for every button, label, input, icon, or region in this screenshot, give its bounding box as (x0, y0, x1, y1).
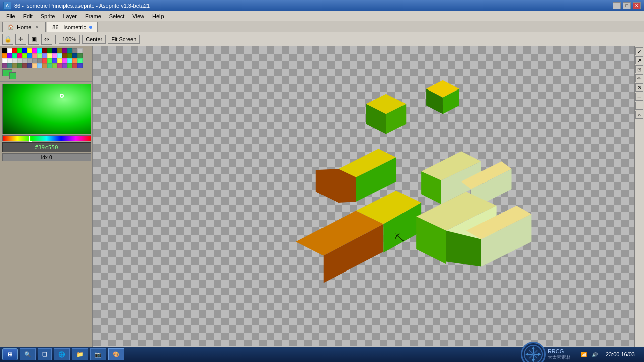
palette-color-ff0088[interactable] (17, 53, 22, 58)
palette-color-999999[interactable] (32, 58, 37, 63)
palette-color-ff0000[interactable] (12, 48, 17, 53)
menu-item-frame[interactable]: Frame (81, 12, 105, 20)
palette-color-eeeeee[interactable] (7, 58, 12, 63)
palette-color-ffff44[interactable] (57, 58, 62, 63)
menu-item-sprite[interactable]: Sprite (37, 12, 59, 20)
color-gradient[interactable] (2, 84, 91, 134)
palette-color-44ffff[interactable] (67, 58, 72, 63)
zoom-center[interactable]: Center (82, 35, 106, 44)
right-tool-6[interactable]: ─ (635, 93, 643, 101)
tab-home-close[interactable]: ✕ (34, 24, 40, 30)
tool-flip[interactable]: ⇔ (41, 34, 52, 45)
right-tool-8[interactable]: ○ (635, 111, 643, 119)
zoom-100[interactable]: 100% (59, 35, 80, 44)
palette-color-00ff00[interactable] (17, 48, 22, 53)
palette-color-88ccff[interactable] (37, 63, 42, 68)
menu-item-file[interactable]: File (2, 12, 19, 20)
palette-color-00ffff[interactable] (37, 48, 42, 53)
palette-color-004488[interactable] (72, 53, 77, 58)
canvas-area[interactable]: ⛏ (93, 46, 634, 346)
zoom-fit[interactable]: Fit Screen (108, 35, 140, 44)
palette-color-4444cc[interactable] (77, 63, 83, 68)
palette-color-884444[interactable] (22, 63, 27, 68)
palette-color-448800[interactable] (67, 53, 72, 58)
palette-color-4444ff[interactable] (52, 58, 57, 63)
right-tool-1[interactable]: ↙ (635, 47, 643, 55)
minimize-button[interactable]: ─ (613, 2, 621, 9)
palette-color-ff8844[interactable] (72, 58, 77, 63)
palette-color-cc4444[interactable] (72, 63, 77, 68)
palette-color-808080[interactable] (72, 48, 77, 53)
taskbar-photos[interactable]: 📷 (90, 348, 106, 360)
palette-color-dddddd[interactable] (12, 58, 17, 63)
palette-color-8844cc[interactable] (62, 63, 67, 68)
palette-color-8800ff[interactable] (7, 53, 12, 58)
palette-color-444488[interactable] (27, 63, 32, 68)
palette-color-cc8844[interactable] (42, 63, 47, 68)
palette-color-ffff00[interactable] (27, 48, 32, 53)
palette-color-aaaaaa[interactable] (27, 58, 32, 63)
close-button[interactable]: ✕ (633, 2, 641, 9)
menu-item-layer[interactable]: Layer (59, 12, 81, 20)
palette-color-808000[interactable] (57, 48, 62, 53)
hue-bar[interactable] (2, 135, 91, 141)
menu-item-edit[interactable]: Edit (19, 12, 37, 20)
palette-color-c0c0c0[interactable] (77, 48, 83, 53)
palette-color-ff00ff[interactable] (32, 48, 37, 53)
palette-color-ffffff[interactable] (2, 58, 7, 63)
palette-color-800000[interactable] (42, 48, 47, 53)
taskbar-search[interactable]: 🔍 (20, 348, 36, 360)
palette-color-ff8800[interactable] (2, 53, 7, 58)
maximize-button[interactable]: □ (623, 2, 631, 9)
taskbar-aseprite[interactable]: 🎨 (108, 348, 124, 360)
palette-color-44ff88[interactable] (77, 58, 83, 63)
palette-color-884488[interactable] (2, 63, 7, 68)
color-hex-display[interactable]: #39c550 (2, 142, 91, 152)
palette-color-cc4488[interactable] (57, 63, 62, 68)
palette-color-88ffff[interactable] (57, 53, 62, 58)
palette-color-ffff88[interactable] (47, 53, 52, 58)
taskbar-taskview[interactable]: ❑ (38, 348, 52, 360)
right-tool-4[interactable]: ✏ (635, 74, 643, 82)
right-tool-7[interactable]: │ (635, 102, 643, 110)
bg-color[interactable] (9, 72, 16, 79)
palette-color-88ff88[interactable] (37, 53, 42, 58)
palette-color-ff44ff[interactable] (62, 58, 67, 63)
tool-move[interactable]: ✛ (15, 34, 26, 45)
palette-color-800080[interactable] (62, 48, 67, 53)
taskbar-browser[interactable]: 🌐 (54, 348, 70, 360)
right-tool-2[interactable]: ↗ (635, 56, 643, 64)
menu-item-view[interactable]: View (128, 12, 148, 20)
palette-color-ffffff[interactable] (7, 48, 12, 53)
palette-color-448844[interactable] (77, 53, 83, 58)
palette-color-ff88ff[interactable] (52, 53, 57, 58)
palette-color-0000ff[interactable] (22, 48, 27, 53)
right-tool-5[interactable]: ⊘ (635, 83, 643, 92)
palette-color-44ff44[interactable] (47, 58, 52, 63)
tab-isometric[interactable]: 86 - Isometric (47, 22, 98, 32)
tool-crop[interactable]: ▣ (28, 34, 39, 45)
start-button[interactable]: ⊞ (2, 348, 18, 360)
menu-item-select[interactable]: Select (105, 12, 129, 20)
right-tool-3[interactable]: ⊡ (635, 65, 643, 73)
palette-color-88ff00[interactable] (22, 53, 27, 58)
palette-color-44cc44[interactable] (67, 63, 72, 68)
palette-color-888844[interactable] (12, 63, 17, 68)
taskbar-explorer[interactable]: 📁 (72, 348, 88, 360)
palette-color-ff4444[interactable] (42, 58, 47, 63)
palette-color-ff8888[interactable] (32, 53, 37, 58)
palette-color-ffcc88[interactable] (32, 63, 37, 68)
tab-home[interactable]: 🏠 Home ✕ (2, 22, 46, 32)
palette-color-448888[interactable] (7, 63, 12, 68)
menu-item-help[interactable]: Help (148, 12, 168, 20)
palette-color-000080[interactable] (52, 48, 57, 53)
palette-color-cccccc[interactable] (17, 58, 22, 63)
palette-color-44cc88[interactable] (47, 63, 52, 68)
palette-color-8888ff[interactable] (42, 53, 47, 58)
palette-color-008080[interactable] (67, 48, 72, 53)
palette-color-008000[interactable] (47, 48, 52, 53)
palette-color-bbbbbb[interactable] (22, 58, 27, 63)
palette-color-88cc44[interactable] (52, 63, 57, 68)
palette-color-884400[interactable] (62, 53, 67, 58)
palette-color-000000[interactable] (2, 48, 7, 53)
